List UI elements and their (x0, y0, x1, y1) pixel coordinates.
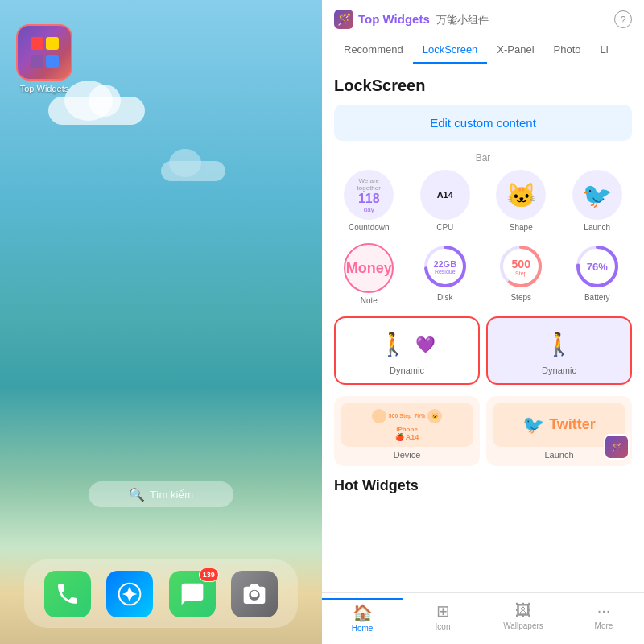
hot-widgets-title: Hot Widgets (334, 477, 632, 494)
launch-circle: 🐦 (572, 170, 622, 220)
widget-note[interactable]: Money Note (334, 243, 404, 305)
home-icon: 🏠 (353, 603, 373, 622)
more-label: More (595, 621, 613, 630)
widget-row-2: Money Note 22GB Residue Disk (334, 243, 632, 305)
icon-square-yellow (46, 37, 59, 50)
tab-lockscreen[interactable]: LockScreen (413, 37, 488, 64)
title-icon: 🪄 (334, 10, 353, 29)
money-text: Money (346, 260, 392, 277)
overlap-app-icon: 🪄 (604, 434, 630, 460)
dynamic-section: 🚶 💜 Dynamic 🚶 Dynamic (334, 316, 632, 385)
widget-battery[interactable]: 76% Battery (563, 243, 633, 305)
cpu-label: CPU (436, 223, 453, 232)
icon-square-purple (31, 55, 43, 68)
icon-square-red (31, 37, 43, 50)
steps-progress: 500 Step (497, 243, 544, 290)
dock: 139 (24, 559, 298, 628)
app-icon-container: Top Widgets (16, 24, 72, 93)
cpu-text: A14 (437, 190, 453, 200)
search-icon: 🔍 (129, 487, 145, 502)
nav-tabs: Recommend LockScreen X-Panel Photo Li (334, 37, 632, 64)
device-label: Device (394, 450, 421, 460)
more-icon: ··· (597, 601, 611, 620)
battery-label: Battery (584, 293, 610, 302)
app-panel: 🪄 Top Widgets 万能小组件 ? Recommend LockScre… (322, 0, 644, 644)
home-label: Home (352, 624, 374, 633)
search-text: Tìm kiếm (150, 489, 193, 501)
cpu-circle: A14 (420, 170, 470, 220)
bar-label: Bar (334, 152, 632, 163)
dynamic-card-left[interactable]: 🚶 💜 Dynamic (334, 316, 480, 385)
dynamic-card-right[interactable]: 🚶 Dynamic (486, 316, 632, 385)
disk-label: Disk (437, 293, 452, 302)
tab-photo[interactable]: Photo (544, 37, 591, 64)
app-title: 🪄 Top Widgets 万能小组件 (334, 10, 489, 29)
device-text: iPhone🍎 A14 (395, 426, 419, 441)
nav-wallpapers[interactable]: 🖼 Wallpapers (483, 598, 564, 636)
device-preview-items: 500 Step 76% 🐱 iPhone🍎 A14 (358, 409, 456, 441)
icon-icon: ⊞ (436, 601, 450, 621)
steps-label: Steps (510, 293, 531, 302)
cloud-2 (161, 161, 225, 181)
svg-marker-1 (122, 586, 138, 601)
widget-row-1: We are together 118 day Countdown A14 CP… (334, 170, 632, 232)
nav-home[interactable]: 🏠 Home (322, 598, 402, 636)
launch-label: Launch (584, 223, 610, 232)
battery-progress: 76% (574, 243, 621, 290)
search-bar[interactable]: 🔍 Tìm kiếm (89, 481, 233, 507)
widget-launch[interactable]: 🐦 Launch (563, 170, 633, 232)
mini-circle-1 (372, 409, 386, 423)
widget-disk[interactable]: 22GB Residue Disk (411, 243, 481, 305)
wallpapers-label: Wallpapers (503, 621, 543, 630)
widget-shape[interactable]: 🐱 Shape (486, 170, 556, 232)
dynamic-label-right: Dynamic (542, 365, 576, 375)
app-icon-label: Top Widgets (16, 84, 72, 93)
title-row: 🪄 Top Widgets 万能小组件 ? (334, 10, 632, 29)
mini-circle-2: 🐱 (427, 409, 442, 423)
dynamic-icons-left: 🚶 💜 (379, 326, 436, 362)
edit-custom-button[interactable]: Edit custom content (334, 105, 632, 141)
device-preview-card[interactable]: 500 Step 76% 🐱 iPhone🍎 A14 Device (334, 396, 480, 466)
title-text: Top Widgets 万能小组件 (358, 12, 489, 27)
widget-steps[interactable]: 500 Step Steps (486, 243, 556, 305)
tab-recommend[interactable]: Recommend (334, 37, 413, 64)
app-header: 🪄 Top Widgets 万能小组件 ? Recommend LockScre… (322, 0, 644, 64)
preview-row: 500 Step 76% 🐱 iPhone🍎 A14 Device 🐦 T (334, 396, 632, 466)
wallpapers-icon: 🖼 (515, 601, 531, 620)
messages-badge: 139 (199, 568, 219, 582)
dock-safari[interactable] (106, 571, 153, 617)
dynamic-icons-right: 🚶 (545, 326, 573, 362)
icon-square-blue (46, 55, 59, 68)
device-preview-inner: 500 Step 76% 🐱 iPhone🍎 A14 (341, 402, 473, 447)
tab-li[interactable]: Li (591, 37, 618, 64)
stick-figure-right: 🚶 (545, 331, 573, 357)
note-label: Note (361, 296, 378, 305)
shape-label: Shape (510, 223, 533, 232)
iphone-screen: Top Widgets 🔍 Tìm kiếm 139 (0, 0, 322, 644)
widget-countdown[interactable]: We are together 118 day Countdown (334, 170, 404, 232)
countdown-label: Countdown (349, 223, 390, 232)
countdown-circle: We are together 118 day (344, 170, 394, 220)
dock-messages[interactable]: 139 (169, 571, 216, 617)
cloud-1 (48, 97, 145, 125)
twitter-bird-icon: 🐦 (522, 415, 544, 436)
icon-label: Icon (436, 622, 451, 631)
launch-preview-label: Launch (544, 450, 573, 460)
widget-cpu[interactable]: A14 CPU (411, 170, 481, 232)
disk-progress: 22GB Residue (422, 243, 469, 290)
money-circle: Money (344, 243, 394, 293)
dynamic-label-left: Dynamic (390, 365, 424, 375)
bottom-nav: 🏠 Home ⊞ Icon 🖼 Wallpapers ··· More (322, 592, 644, 644)
heart-icon: 💜 (415, 335, 436, 354)
app-content: LockScreen Edit custom content Bar We ar… (322, 64, 644, 592)
dock-camera[interactable] (231, 571, 278, 617)
twitter-text: Twitter (549, 416, 596, 433)
tab-xpanel[interactable]: X-Panel (487, 37, 543, 64)
nav-icon[interactable]: ⊞ Icon (402, 598, 483, 636)
shape-circle: 🐱 (496, 170, 546, 220)
top-widgets-icon[interactable] (16, 24, 72, 80)
twitter-preview-card[interactable]: 🐦 Twitter Launch 🪄 (486, 396, 632, 466)
dock-phone[interactable] (44, 571, 91, 617)
help-icon[interactable]: ? (614, 10, 632, 28)
nav-more[interactable]: ··· More (564, 598, 644, 636)
